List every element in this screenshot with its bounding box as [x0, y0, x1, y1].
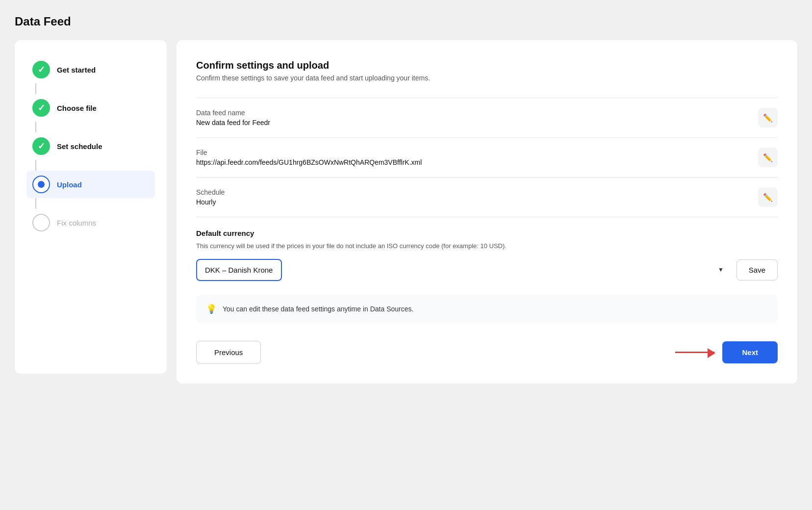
- next-button[interactable]: Next: [722, 341, 778, 363]
- step-connector-2: [35, 122, 36, 132]
- checkmark-icon-2: ✓: [38, 102, 45, 113]
- checkmark-icon: ✓: [38, 64, 45, 75]
- step-icon-upload: [32, 176, 50, 193]
- settings-label-feed-name: Data feed name: [196, 109, 270, 117]
- settings-field-file: File https://api.feedr.com/feeds/GU1hrg6…: [196, 149, 422, 166]
- arrow-indicator: [675, 352, 714, 353]
- currency-description: This currency will be used if the prices…: [196, 241, 778, 251]
- next-area: Next: [675, 341, 778, 363]
- step-label-get-started: Get started: [57, 66, 96, 74]
- currency-section: Default currency This currency will be u…: [196, 229, 778, 281]
- currency-row: DKK – Danish Krone USD – US Dollar EUR –…: [196, 259, 778, 281]
- content-subtext: Confirm these settings to save your data…: [196, 74, 778, 82]
- step-icon-fix-columns: [32, 214, 50, 231]
- sidebar-item-fix-columns[interactable]: Fix columns: [26, 209, 155, 236]
- step-connector-4: [35, 198, 36, 209]
- step-label-choose-file: Choose file: [57, 104, 97, 112]
- currency-heading: Default currency: [196, 229, 778, 237]
- settings-field-data-feed-name: Data feed name New data feed for Feedr: [196, 109, 270, 127]
- settings-value-schedule: Hourly: [196, 198, 225, 206]
- step-connector-3: [35, 160, 36, 171]
- step-connector-1: [35, 83, 36, 94]
- chevron-down-icon: ▼: [718, 266, 724, 273]
- edit-file-button[interactable]: ✏️: [758, 148, 778, 167]
- settings-value-feed-name: New data feed for Feedr: [196, 119, 270, 127]
- sidebar-item-upload[interactable]: Upload: [26, 171, 155, 198]
- content-heading: Confirm settings and upload: [196, 60, 778, 71]
- currency-select-wrapper: DKK – Danish Krone USD – US Dollar EUR –…: [196, 259, 731, 281]
- sidebar-item-choose-file[interactable]: ✓ Choose file: [26, 94, 155, 122]
- main-layout: ✓ Get started ✓ Choose file ✓ Set schedu…: [15, 40, 797, 383]
- step-icon-choose-file: ✓: [32, 99, 50, 117]
- sidebar-item-get-started[interactable]: ✓ Get started: [26, 56, 155, 83]
- settings-value-file: https://api.feedr.com/feeds/GU1hrg6BZsOW…: [196, 158, 422, 166]
- settings-label-file: File: [196, 149, 422, 156]
- footer-actions: Previous Next: [196, 341, 778, 364]
- sidebar-item-set-schedule[interactable]: ✓ Set schedule: [26, 132, 155, 160]
- pencil-icon-feed-name: ✏️: [763, 113, 773, 123]
- step-icon-set-schedule: ✓: [32, 137, 50, 155]
- red-arrow-icon: [675, 352, 714, 353]
- settings-label-schedule: Schedule: [196, 188, 225, 196]
- edit-feed-name-button[interactable]: ✏️: [758, 108, 778, 128]
- settings-field-schedule: Schedule Hourly: [196, 188, 225, 206]
- content-panel: Confirm settings and upload Confirm thes…: [177, 40, 797, 383]
- page-title: Data Feed: [15, 15, 797, 28]
- settings-row-data-feed-name: Data feed name New data feed for Feedr ✏…: [196, 98, 778, 138]
- edit-schedule-button[interactable]: ✏️: [758, 187, 778, 207]
- save-currency-button[interactable]: Save: [736, 259, 778, 280]
- step-icon-get-started: ✓: [32, 61, 50, 78]
- step-label-fix-columns: Fix columns: [57, 219, 96, 227]
- pencil-icon-schedule: ✏️: [763, 193, 773, 202]
- info-box: 💡 You can edit these data feed settings …: [196, 295, 778, 323]
- settings-row-schedule: Schedule Hourly ✏️: [196, 178, 778, 217]
- step-label-set-schedule: Set schedule: [57, 142, 102, 151]
- pencil-icon-file: ✏️: [763, 153, 773, 162]
- lightbulb-icon: 💡: [206, 304, 217, 314]
- step-list: ✓ Get started ✓ Choose file ✓ Set schedu…: [26, 56, 155, 236]
- previous-button[interactable]: Previous: [196, 341, 261, 364]
- sidebar: ✓ Get started ✓ Choose file ✓ Set schedu…: [15, 40, 167, 374]
- currency-select[interactable]: DKK – Danish Krone USD – US Dollar EUR –…: [196, 259, 282, 281]
- step-label-upload: Upload: [57, 180, 82, 189]
- settings-row-file: File https://api.feedr.com/feeds/GU1hrg6…: [196, 138, 778, 178]
- info-text: You can edit these data feed settings an…: [223, 305, 413, 313]
- checkmark-icon-3: ✓: [38, 141, 45, 152]
